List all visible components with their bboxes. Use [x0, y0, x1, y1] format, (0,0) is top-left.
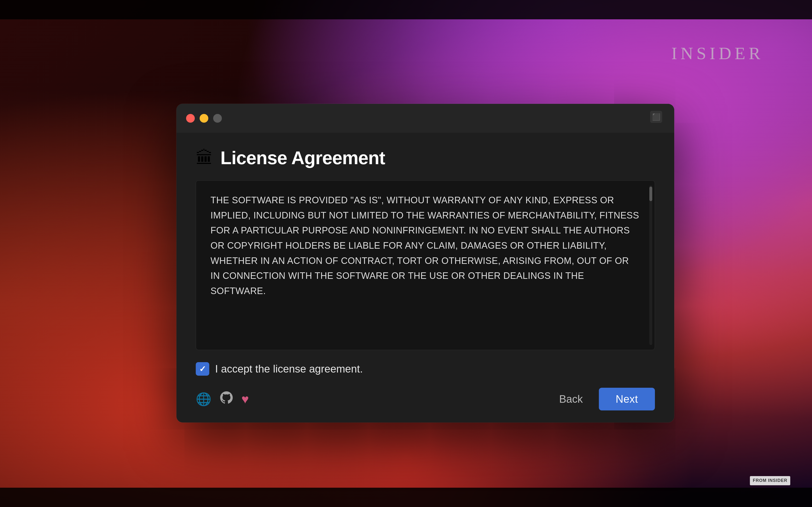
minimize-button[interactable] [200, 114, 208, 123]
license-text-box[interactable]: THE SOFTWARE IS PROVIDED "AS IS", WITHOU… [196, 180, 655, 350]
page-header: 🏛 License Agreement [196, 147, 655, 168]
license-text: THE SOFTWARE IS PROVIDED "AS IS", WITHOU… [210, 193, 640, 299]
title-bar: ⬛ [176, 104, 674, 133]
insider-logo: INSIDER [671, 44, 764, 63]
insider-badge: FROM INSIDER [750, 476, 790, 485]
bottom-bar [0, 488, 812, 507]
github-icon[interactable] [220, 391, 233, 407]
license-icon: 🏛 [196, 148, 213, 168]
heart-icon[interactable]: ♥ [242, 392, 249, 406]
app-icon: ⬛ [650, 111, 662, 126]
installer-window: ⬛ 🏛 License Agreement THE SOFTWARE IS PR… [176, 104, 674, 422]
svg-text:⬛: ⬛ [652, 113, 660, 121]
page-title: License Agreement [220, 147, 385, 168]
scrollbar-track [649, 185, 652, 345]
footer-icons: 🌐 ♥ [196, 391, 249, 407]
checkmark-icon: ✓ [199, 364, 206, 374]
maximize-button[interactable] [213, 114, 222, 123]
next-button[interactable]: Next [599, 388, 655, 410]
close-button[interactable] [186, 114, 195, 123]
accept-checkbox-row: ✓ I accept the license agreement. [196, 362, 655, 376]
scrollbar-thumb[interactable] [649, 187, 652, 201]
footer-buttons: Back Next [551, 388, 655, 410]
globe-icon[interactable]: 🌐 [196, 392, 211, 406]
top-bar [0, 0, 812, 19]
back-button[interactable]: Back [551, 388, 592, 410]
footer: 🌐 ♥ Back Next [196, 388, 655, 410]
accept-label: I accept the license agreement. [215, 363, 363, 375]
traffic-lights [186, 114, 222, 123]
accept-checkbox[interactable]: ✓ [196, 362, 209, 376]
window-content: 🏛 License Agreement THE SOFTWARE IS PROV… [176, 133, 674, 422]
